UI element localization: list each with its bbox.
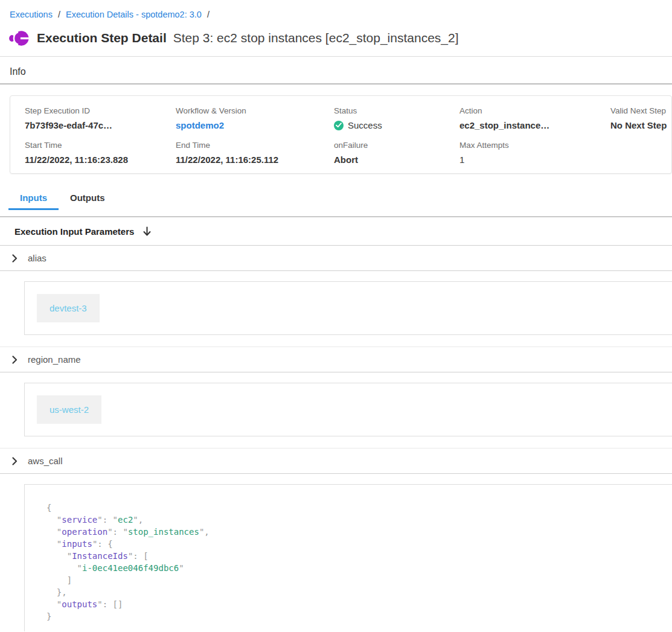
status-badge: Success bbox=[348, 120, 382, 130]
tab-bar: Inputs Outputs bbox=[8, 189, 672, 210]
field-status: Status Success bbox=[334, 106, 459, 131]
field-label: Step Execution ID bbox=[25, 106, 176, 115]
tab-inputs[interactable]: Inputs bbox=[8, 189, 59, 210]
param-row-region-name[interactable]: region_name bbox=[0, 347, 672, 372]
workflow-link[interactable]: spotdemo2 bbox=[176, 120, 224, 130]
param-row-aws-call[interactable]: aws_call bbox=[0, 448, 672, 473]
page-header: Execution Step Detail Step 3: ec2 stop i… bbox=[9, 27, 672, 49]
divider bbox=[0, 83, 672, 85]
execution-input-parameters-header: Execution Input Parameters bbox=[0, 217, 672, 245]
breadcrumb-link-execution-details[interactable]: Execution Details - spotdemo2: 3.0 bbox=[66, 10, 202, 19]
tab-outputs[interactable]: Outputs bbox=[59, 189, 117, 210]
execution-input-parameters-title: Execution Input Parameters bbox=[14, 226, 134, 237]
chevron-right-icon bbox=[12, 356, 18, 364]
field-label: Action bbox=[459, 106, 610, 115]
field-label: Max Attempts bbox=[459, 141, 610, 150]
field-action: Action ec2_stop_instance… bbox=[459, 106, 610, 131]
field-label: Status bbox=[334, 106, 459, 115]
chevron-right-icon bbox=[12, 254, 18, 263]
param-value-box-aws-call: { "service": "ec2", "operation": "stop_i… bbox=[24, 484, 672, 631]
param-name: region_name bbox=[28, 354, 81, 365]
param-name: alias bbox=[28, 253, 46, 263]
field-step-execution-id: Step Execution ID 7b73f93e-edaf-47c… bbox=[25, 106, 176, 131]
field-label: End Time bbox=[176, 141, 334, 150]
chevron-right-icon bbox=[12, 457, 18, 465]
aws-call-json-code: { "service": "ec2", "operation": "stop_i… bbox=[46, 502, 672, 622]
field-value: No Next Step bbox=[610, 120, 671, 130]
divider bbox=[0, 270, 672, 271]
breadcrumb-trailing-separator: / bbox=[207, 10, 210, 19]
field-value: 11/22/2022, 11:16:23.828 bbox=[25, 155, 176, 165]
field-label: Workflow & Version bbox=[176, 106, 334, 115]
field-start-time: Start Time 11/22/2022, 11:16:23.828 bbox=[25, 141, 176, 165]
field-label: Start Time bbox=[25, 141, 176, 150]
divider bbox=[0, 56, 672, 57]
param-value-box-alias: devtest-3 bbox=[24, 281, 672, 335]
breadcrumb: Executions / Execution Details - spotdem… bbox=[10, 10, 672, 19]
field-onfailure: onFailure Abort bbox=[334, 141, 459, 165]
field-value: 1 bbox=[459, 155, 610, 165]
field-max-attempts: Max Attempts 1 bbox=[459, 141, 610, 165]
page-title: Execution Step Detail bbox=[37, 31, 167, 45]
param-value-box-region-name: us-west-2 bbox=[24, 383, 672, 436]
param-row-alias[interactable]: alias bbox=[0, 246, 672, 270]
param-value-chip: us-west-2 bbox=[37, 395, 101, 424]
page-subtitle: Step 3: ec2 stop instances [ec2_stop_ins… bbox=[173, 31, 459, 45]
field-value: Abort bbox=[334, 155, 459, 165]
arrow-down-icon[interactable] bbox=[142, 226, 152, 237]
breadcrumb-link-executions[interactable]: Executions bbox=[10, 10, 53, 19]
success-check-icon bbox=[334, 121, 344, 130]
field-end-time: End Time 11/22/2022, 11:16:25.112 bbox=[176, 141, 334, 165]
field-value: ec2_stop_instance… bbox=[459, 120, 610, 130]
workflow-logo-icon bbox=[9, 30, 29, 46]
divider bbox=[0, 473, 672, 474]
param-name: aws_call bbox=[28, 456, 63, 466]
param-value-chip: devtest-3 bbox=[37, 294, 100, 322]
field-value: 11/22/2022, 11:16:25.112 bbox=[176, 155, 334, 165]
field-value: 7b73f93e-edaf-47c… bbox=[25, 120, 176, 130]
field-valid-next-step: Valid Next Step No Next Step bbox=[610, 106, 671, 131]
field-workflow-version: Workflow & Version spotdemo2 bbox=[176, 106, 334, 131]
divider bbox=[0, 372, 672, 372]
info-card: Step Execution ID 7b73f93e-edaf-47c… Wor… bbox=[10, 95, 672, 174]
breadcrumb-separator: / bbox=[58, 10, 60, 19]
field-label: onFailure bbox=[334, 141, 459, 150]
info-section-title: Info bbox=[10, 66, 672, 77]
field-label: Valid Next Step bbox=[610, 106, 671, 115]
